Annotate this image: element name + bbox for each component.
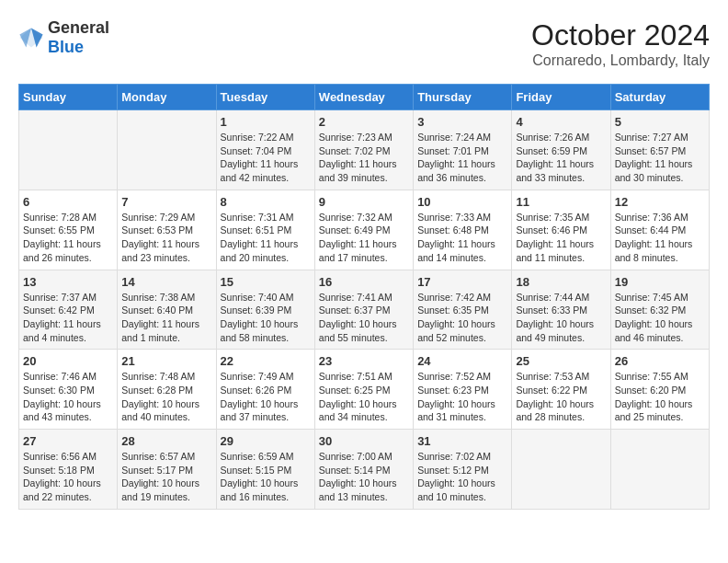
day-number: 15 bbox=[221, 275, 311, 289]
logo-icon bbox=[18, 25, 44, 51]
logo-blue: Blue bbox=[48, 38, 84, 56]
calendar-cell: 15Sunrise: 7:40 AM Sunset: 6:39 PM Dayli… bbox=[216, 270, 314, 350]
day-number: 25 bbox=[516, 354, 606, 368]
calendar-cell: 29Sunrise: 6:59 AM Sunset: 5:15 PM Dayli… bbox=[216, 430, 314, 510]
day-details: Sunrise: 7:41 AM Sunset: 6:37 PM Dayligh… bbox=[319, 291, 409, 345]
calendar-cell: 22Sunrise: 7:49 AM Sunset: 6:26 PM Dayli… bbox=[216, 350, 314, 430]
day-details: Sunrise: 7:51 AM Sunset: 6:25 PM Dayligh… bbox=[319, 370, 409, 424]
day-details: Sunrise: 6:56 AM Sunset: 5:18 PM Dayligh… bbox=[23, 450, 113, 504]
location-title: Cornaredo, Lombardy, Italy bbox=[531, 52, 710, 69]
calendar-week-row: 27Sunrise: 6:56 AM Sunset: 5:18 PM Dayli… bbox=[19, 430, 710, 510]
calendar-week-row: 1Sunrise: 7:22 AM Sunset: 7:04 PM Daylig… bbox=[19, 110, 710, 190]
calendar-cell: 11Sunrise: 7:35 AM Sunset: 6:46 PM Dayli… bbox=[512, 190, 610, 270]
calendar-cell: 2Sunrise: 7:23 AM Sunset: 7:02 PM Daylig… bbox=[314, 110, 413, 190]
title-block: October 2024 Cornaredo, Lombardy, Italy bbox=[531, 18, 710, 69]
calendar-cell: 13Sunrise: 7:37 AM Sunset: 6:42 PM Dayli… bbox=[19, 270, 118, 350]
day-details: Sunrise: 7:26 AM Sunset: 6:59 PM Dayligh… bbox=[516, 131, 606, 185]
calendar-table: SundayMondayTuesdayWednesdayThursdayFrid… bbox=[18, 84, 710, 510]
day-number: 4 bbox=[516, 115, 606, 129]
calendar-week-row: 20Sunrise: 7:46 AM Sunset: 6:30 PM Dayli… bbox=[19, 350, 710, 430]
day-of-week-header: Wednesday bbox=[314, 85, 413, 110]
day-details: Sunrise: 7:00 AM Sunset: 5:14 PM Dayligh… bbox=[319, 450, 409, 504]
day-details: Sunrise: 7:52 AM Sunset: 6:23 PM Dayligh… bbox=[417, 370, 507, 424]
month-title: October 2024 bbox=[531, 18, 710, 52]
day-number: 16 bbox=[319, 275, 409, 289]
day-number: 20 bbox=[23, 354, 113, 368]
day-number: 26 bbox=[615, 354, 705, 368]
day-details: Sunrise: 7:22 AM Sunset: 7:04 PM Dayligh… bbox=[221, 131, 311, 185]
day-details: Sunrise: 7:55 AM Sunset: 6:20 PM Dayligh… bbox=[615, 370, 705, 424]
day-of-week-header: Saturday bbox=[610, 85, 709, 110]
day-number: 30 bbox=[319, 434, 409, 448]
day-details: Sunrise: 7:42 AM Sunset: 6:35 PM Dayligh… bbox=[417, 291, 507, 345]
day-details: Sunrise: 7:37 AM Sunset: 6:42 PM Dayligh… bbox=[23, 291, 113, 345]
logo-text: General Blue bbox=[48, 18, 109, 57]
calendar-cell: 6Sunrise: 7:28 AM Sunset: 6:55 PM Daylig… bbox=[19, 190, 118, 270]
day-number: 23 bbox=[319, 354, 409, 368]
day-number: 28 bbox=[121, 434, 211, 448]
calendar-cell: 7Sunrise: 7:29 AM Sunset: 6:53 PM Daylig… bbox=[118, 190, 216, 270]
day-number: 22 bbox=[221, 354, 311, 368]
day-number: 31 bbox=[417, 434, 507, 448]
day-number: 29 bbox=[221, 434, 311, 448]
day-of-week-header: Sunday bbox=[19, 85, 118, 110]
day-of-week-header: Thursday bbox=[414, 85, 512, 110]
day-details: Sunrise: 7:40 AM Sunset: 6:39 PM Dayligh… bbox=[221, 291, 311, 345]
calendar-cell: 19Sunrise: 7:45 AM Sunset: 6:32 PM Dayli… bbox=[610, 270, 709, 350]
day-of-week-header: Friday bbox=[512, 85, 610, 110]
day-number: 27 bbox=[23, 434, 113, 448]
calendar-cell: 10Sunrise: 7:33 AM Sunset: 6:48 PM Dayli… bbox=[414, 190, 512, 270]
calendar-cell: 8Sunrise: 7:31 AM Sunset: 6:51 PM Daylig… bbox=[216, 190, 314, 270]
day-number: 18 bbox=[516, 275, 606, 289]
calendar-cell: 27Sunrise: 6:56 AM Sunset: 5:18 PM Dayli… bbox=[19, 430, 118, 510]
logo-general: General bbox=[48, 18, 109, 37]
calendar-header-row: SundayMondayTuesdayWednesdayThursdayFrid… bbox=[19, 85, 710, 110]
day-details: Sunrise: 7:46 AM Sunset: 6:30 PM Dayligh… bbox=[23, 370, 113, 424]
day-number: 14 bbox=[121, 275, 211, 289]
day-details: Sunrise: 7:44 AM Sunset: 6:33 PM Dayligh… bbox=[516, 291, 606, 345]
day-details: Sunrise: 6:59 AM Sunset: 5:15 PM Dayligh… bbox=[221, 450, 311, 504]
page-header: General Blue October 2024 Cornaredo, Lom… bbox=[18, 18, 710, 69]
day-of-week-header: Tuesday bbox=[216, 85, 314, 110]
day-number: 8 bbox=[221, 195, 311, 209]
day-number: 2 bbox=[319, 115, 409, 129]
calendar-week-row: 6Sunrise: 7:28 AM Sunset: 6:55 PM Daylig… bbox=[19, 190, 710, 270]
calendar-cell: 9Sunrise: 7:32 AM Sunset: 6:49 PM Daylig… bbox=[314, 190, 413, 270]
calendar-cell: 23Sunrise: 7:51 AM Sunset: 6:25 PM Dayli… bbox=[314, 350, 413, 430]
calendar-cell bbox=[512, 430, 610, 510]
day-number: 9 bbox=[319, 195, 409, 209]
day-number: 3 bbox=[417, 115, 507, 129]
day-details: Sunrise: 7:02 AM Sunset: 5:12 PM Dayligh… bbox=[417, 450, 507, 504]
calendar-cell: 5Sunrise: 7:27 AM Sunset: 6:57 PM Daylig… bbox=[610, 110, 709, 190]
day-number: 17 bbox=[417, 275, 507, 289]
day-details: Sunrise: 7:49 AM Sunset: 6:26 PM Dayligh… bbox=[221, 370, 311, 424]
calendar-cell: 28Sunrise: 6:57 AM Sunset: 5:17 PM Dayli… bbox=[118, 430, 216, 510]
day-of-week-header: Monday bbox=[118, 85, 216, 110]
day-details: Sunrise: 7:31 AM Sunset: 6:51 PM Dayligh… bbox=[221, 211, 311, 265]
day-number: 19 bbox=[615, 275, 705, 289]
calendar-cell: 18Sunrise: 7:44 AM Sunset: 6:33 PM Dayli… bbox=[512, 270, 610, 350]
day-number: 12 bbox=[615, 195, 705, 209]
day-details: Sunrise: 7:48 AM Sunset: 6:28 PM Dayligh… bbox=[121, 370, 211, 424]
day-number: 24 bbox=[417, 354, 507, 368]
calendar-cell: 14Sunrise: 7:38 AM Sunset: 6:40 PM Dayli… bbox=[118, 270, 216, 350]
day-details: Sunrise: 7:32 AM Sunset: 6:49 PM Dayligh… bbox=[319, 211, 409, 265]
day-details: Sunrise: 7:53 AM Sunset: 6:22 PM Dayligh… bbox=[516, 370, 606, 424]
day-number: 6 bbox=[23, 195, 113, 209]
calendar-cell: 4Sunrise: 7:26 AM Sunset: 6:59 PM Daylig… bbox=[512, 110, 610, 190]
logo: General Blue bbox=[18, 18, 109, 57]
calendar-cell: 31Sunrise: 7:02 AM Sunset: 5:12 PM Dayli… bbox=[414, 430, 512, 510]
calendar-cell bbox=[118, 110, 216, 190]
calendar-cell: 3Sunrise: 7:24 AM Sunset: 7:01 PM Daylig… bbox=[414, 110, 512, 190]
calendar-cell: 21Sunrise: 7:48 AM Sunset: 6:28 PM Dayli… bbox=[118, 350, 216, 430]
day-number: 11 bbox=[516, 195, 606, 209]
calendar-cell: 16Sunrise: 7:41 AM Sunset: 6:37 PM Dayli… bbox=[314, 270, 413, 350]
day-number: 5 bbox=[615, 115, 705, 129]
day-details: Sunrise: 6:57 AM Sunset: 5:17 PM Dayligh… bbox=[121, 450, 211, 504]
calendar-cell bbox=[19, 110, 118, 190]
calendar-cell: 25Sunrise: 7:53 AM Sunset: 6:22 PM Dayli… bbox=[512, 350, 610, 430]
day-details: Sunrise: 7:36 AM Sunset: 6:44 PM Dayligh… bbox=[615, 211, 705, 265]
day-details: Sunrise: 7:23 AM Sunset: 7:02 PM Dayligh… bbox=[319, 131, 409, 185]
calendar-cell: 24Sunrise: 7:52 AM Sunset: 6:23 PM Dayli… bbox=[414, 350, 512, 430]
day-details: Sunrise: 7:24 AM Sunset: 7:01 PM Dayligh… bbox=[417, 131, 507, 185]
